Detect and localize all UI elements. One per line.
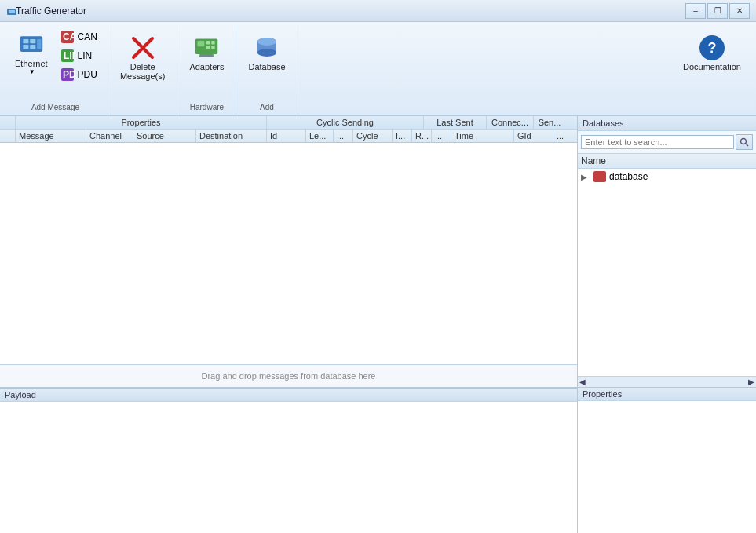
minimize-button[interactable]: – — [685, 3, 706, 19]
col-cycle: Cycle — [353, 130, 393, 142]
small-buttons: CAN CAN LIN LIN PDU — [57, 28, 101, 83]
payload-title: Payload — [0, 389, 577, 402]
col-gid: GId — [514, 130, 553, 142]
pdu-button[interactable]: PDU PDU — [57, 66, 101, 83]
col-message: Message — [16, 130, 86, 142]
ribbon-group-delete: Delete Message(s) x — [108, 25, 177, 115]
payload-content — [0, 402, 577, 533]
svg-rect-20 — [206, 46, 210, 49]
database-group-label: Add — [260, 101, 274, 115]
db-scroll-left[interactable]: ◀ — [579, 378, 586, 386]
svg-rect-18 — [206, 41, 210, 44]
delete-label: Delete Message(s) — [120, 62, 165, 81]
ribbon: Ethernet ▼ CAN CAN LIN — [0, 22, 756, 116]
delete-icon — [130, 35, 155, 60]
group-cell-connec: Connec... — [487, 116, 534, 129]
message-table: Properties Cyclic Sending Last Sent Conn… — [0, 116, 577, 388]
table-group-header-row: Properties Cyclic Sending Last Sent Conn… — [0, 116, 577, 130]
add-message-group-label: Add Message — [31, 101, 79, 115]
col-time: Time — [451, 130, 514, 142]
search-button[interactable] — [736, 134, 753, 150]
svg-rect-22 — [200, 54, 214, 57]
group-cell-sen: Sen... — [534, 116, 565, 129]
svg-text:CAN: CAN — [63, 31, 75, 42]
svg-rect-4 — [30, 39, 35, 43]
col-dot2: ... — [432, 130, 451, 142]
svg-rect-1 — [9, 10, 15, 13]
db-tree: ▶ database — [578, 169, 756, 376]
restore-button[interactable]: ❒ — [707, 3, 728, 19]
db-scrollbar: ◀ ▶ — [578, 376, 756, 387]
svg-rect-7 — [37, 39, 41, 49]
svg-point-27 — [741, 139, 747, 144]
pdu-label: PDU — [78, 69, 97, 80]
col-destination: Destination — [196, 130, 267, 142]
svg-rect-6 — [30, 45, 35, 49]
ribbon-group-database: Database Add — [236, 25, 298, 115]
properties-title: Properties — [578, 388, 756, 401]
adapters-icon — [194, 35, 219, 60]
col-id: Id — [267, 130, 306, 142]
adapters-button[interactable]: Adapters — [184, 31, 229, 75]
can-label: CAN — [78, 31, 97, 42]
svg-rect-5 — [23, 45, 28, 49]
group-cell-checkbox — [0, 116, 16, 129]
db-item-label: database — [609, 171, 648, 182]
db-scroll-right[interactable]: ▶ — [748, 378, 754, 386]
databases-panel: Databases Name ▶ database — [578, 116, 756, 388]
ethernet-dropdown-arrow: ▼ — [29, 68, 35, 75]
main-content: Properties Cyclic Sending Last Sent Conn… — [0, 116, 756, 533]
search-input[interactable] — [581, 135, 734, 149]
svg-rect-19 — [212, 41, 215, 44]
properties-panel: Properties — [578, 388, 756, 533]
ribbon-spacer — [298, 25, 671, 115]
adapters-sub-label: Adapters — [189, 62, 224, 71]
database-icon — [254, 35, 279, 60]
database-button[interactable]: Database — [243, 31, 290, 75]
right-panel: Databases Name ▶ database — [578, 116, 756, 533]
ethernet-label: Ethernet — [15, 59, 48, 68]
ribbon-group-add-message: Ethernet ▼ CAN CAN LIN — [3, 25, 108, 115]
documentation-label: Documentation — [683, 62, 741, 71]
lin-label: LIN — [78, 50, 93, 61]
col-dot1: ... — [334, 130, 353, 142]
documentation-button[interactable]: ? Documentation — [677, 31, 747, 75]
svg-point-25 — [257, 49, 276, 57]
help-icon: ? — [699, 35, 725, 60]
db-name-column: Name — [581, 155, 606, 166]
app-icon — [6, 6, 16, 16]
window-controls: – ❒ ✕ — [685, 3, 750, 19]
table-body — [0, 143, 577, 364]
col-source: Source — [133, 130, 196, 142]
group-cell-properties: Properties — [16, 116, 267, 129]
db-file-icon — [593, 171, 606, 182]
title-bar: Traffic Generator – ❒ ✕ — [0, 0, 756, 22]
left-panel: Properties Cyclic Sending Last Sent Conn… — [0, 116, 578, 533]
svg-rect-21 — [212, 46, 215, 49]
svg-rect-3 — [23, 39, 28, 43]
ribbon-group-adapters: Adapters Hardware — [177, 25, 236, 115]
search-bar — [578, 131, 756, 154]
col-le: Le... — [306, 130, 334, 142]
close-button[interactable]: ✕ — [729, 3, 750, 19]
db-item-database[interactable]: ▶ database — [578, 169, 756, 184]
lin-button[interactable]: LIN LIN — [57, 47, 101, 64]
ethernet-button[interactable]: Ethernet ▼ — [9, 28, 53, 83]
db-expand-icon: ▶ — [581, 173, 593, 181]
adapters-group-label: Hardware — [190, 101, 224, 115]
ethernet-icon-wrapper — [19, 32, 44, 57]
svg-point-26 — [257, 38, 276, 46]
group-cell-cyclic: Cyclic Sending — [267, 116, 424, 129]
col-dot3: ... — [553, 130, 577, 142]
database-label: Database — [248, 62, 285, 71]
properties-content — [578, 401, 756, 533]
svg-rect-17 — [198, 41, 205, 46]
db-column-header: Name — [578, 154, 756, 169]
delete-button[interactable]: Delete Message(s) — [115, 31, 170, 85]
svg-text:PDU: PDU — [63, 69, 75, 80]
can-button[interactable]: CAN CAN — [57, 28, 101, 46]
table-column-header-row: Message Channel Source Destination Id Le… — [0, 130, 577, 143]
col-channel: Channel — [86, 130, 133, 142]
drag-drop-hint: Drag and drop messages from database her… — [0, 364, 577, 387]
svg-text:LIN: LIN — [64, 50, 75, 61]
